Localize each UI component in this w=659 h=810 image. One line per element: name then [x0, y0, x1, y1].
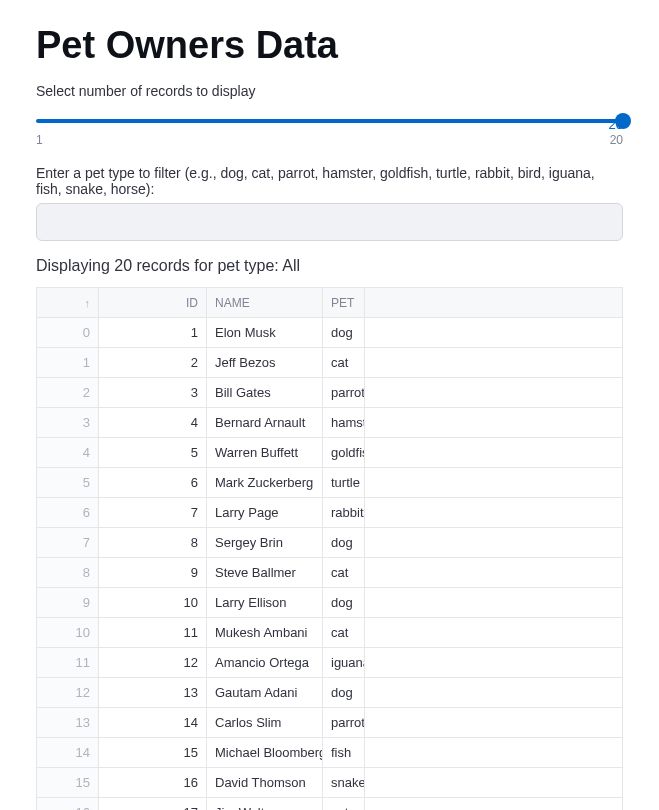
- cell-index: 10: [37, 618, 99, 648]
- cell-name: Gautam Adani: [207, 678, 323, 708]
- cell-name: David Thomson: [207, 768, 323, 798]
- cell-id: 5: [99, 438, 207, 468]
- pet-type-filter-input[interactable]: [36, 203, 623, 241]
- cell-id: 4: [99, 408, 207, 438]
- table-row[interactable]: 12Jeff Bezoscat: [37, 348, 623, 378]
- table-row[interactable]: 1314Carlos Slimparrot: [37, 708, 623, 738]
- cell-pet: parrot: [323, 378, 365, 408]
- table-row[interactable]: 45Warren Buffettgoldfish: [37, 438, 623, 468]
- cell-name: Larry Page: [207, 498, 323, 528]
- col-name[interactable]: NAME: [207, 288, 323, 318]
- cell-name: Bill Gates: [207, 378, 323, 408]
- table-row[interactable]: 910Larry Ellisondog: [37, 588, 623, 618]
- slider-thumb[interactable]: [615, 113, 631, 129]
- cell-index: 7: [37, 528, 99, 558]
- cell-name: Amancio Ortega: [207, 648, 323, 678]
- cell-blank: [365, 648, 623, 678]
- cell-blank: [365, 618, 623, 648]
- cell-name: Warren Buffett: [207, 438, 323, 468]
- slider-max-tick: 20: [610, 133, 623, 147]
- table-row[interactable]: 01Elon Muskdog: [37, 318, 623, 348]
- cell-index: 1: [37, 348, 99, 378]
- table-header-row: ↑ ID NAME PET: [37, 288, 623, 318]
- cell-pet: turtle: [323, 468, 365, 498]
- cell-name: Jim Walton: [207, 798, 323, 811]
- cell-id: 12: [99, 648, 207, 678]
- cell-blank: [365, 468, 623, 498]
- slider-min-tick: 1: [36, 133, 43, 147]
- cell-pet: goldfish: [323, 438, 365, 468]
- cell-index: 14: [37, 738, 99, 768]
- cell-index: 15: [37, 768, 99, 798]
- cell-id: 15: [99, 738, 207, 768]
- table-row[interactable]: 34Bernard Arnaulthamster: [37, 408, 623, 438]
- cell-id: 1: [99, 318, 207, 348]
- table-row[interactable]: 56Mark Zuckerbergturtle: [37, 468, 623, 498]
- cell-blank: [365, 798, 623, 811]
- cell-index: 13: [37, 708, 99, 738]
- cell-name: Carlos Slim: [207, 708, 323, 738]
- page-title: Pet Owners Data: [36, 24, 623, 67]
- cell-blank: [365, 738, 623, 768]
- cell-id: 2: [99, 348, 207, 378]
- cell-index: 5: [37, 468, 99, 498]
- cell-pet: snake: [323, 768, 365, 798]
- sort-asc-icon: ↑: [85, 297, 91, 309]
- cell-blank: [365, 528, 623, 558]
- cell-blank: [365, 318, 623, 348]
- cell-name: Sergey Brin: [207, 528, 323, 558]
- pet-owners-table[interactable]: ↑ ID NAME PET 01Elon Muskdog12Jeff Bezos…: [36, 287, 623, 810]
- cell-blank: [365, 438, 623, 468]
- cell-index: 6: [37, 498, 99, 528]
- table-row[interactable]: 1011Mukesh Ambanicat: [37, 618, 623, 648]
- table-row[interactable]: 1617Jim Waltoncat: [37, 798, 623, 811]
- cell-pet: iguana: [323, 648, 365, 678]
- slider-track[interactable]: [36, 119, 623, 123]
- cell-index: 0: [37, 318, 99, 348]
- col-id[interactable]: ID: [99, 288, 207, 318]
- cell-name: Bernard Arnault: [207, 408, 323, 438]
- cell-index: 3: [37, 408, 99, 438]
- cell-id: 8: [99, 528, 207, 558]
- cell-pet: cat: [323, 798, 365, 811]
- cell-pet: dog: [323, 318, 365, 348]
- cell-name: Michael Bloomberg: [207, 738, 323, 768]
- cell-name: Larry Ellison: [207, 588, 323, 618]
- cell-index: 9: [37, 588, 99, 618]
- table-row[interactable]: 78Sergey Brindog: [37, 528, 623, 558]
- cell-id: 7: [99, 498, 207, 528]
- cell-id: 13: [99, 678, 207, 708]
- cell-pet: cat: [323, 558, 365, 588]
- cell-blank: [365, 768, 623, 798]
- table-row[interactable]: 67Larry Pagerabbit: [37, 498, 623, 528]
- table-row[interactable]: 1415Michael Bloombergfish: [37, 738, 623, 768]
- cell-id: 11: [99, 618, 207, 648]
- col-pet[interactable]: PET: [323, 288, 365, 318]
- table-row[interactable]: 23Bill Gatesparrot: [37, 378, 623, 408]
- cell-pet: parrot: [323, 708, 365, 738]
- cell-id: 6: [99, 468, 207, 498]
- cell-blank: [365, 408, 623, 438]
- cell-index: 12: [37, 678, 99, 708]
- table-row[interactable]: 1213Gautam Adanidog: [37, 678, 623, 708]
- cell-index: 16: [37, 798, 99, 811]
- cell-pet: cat: [323, 618, 365, 648]
- cell-blank: [365, 348, 623, 378]
- cell-blank: [365, 678, 623, 708]
- table-row[interactable]: 89Steve Ballmercat: [37, 558, 623, 588]
- cell-name: Mukesh Ambani: [207, 618, 323, 648]
- col-index[interactable]: ↑: [37, 288, 99, 318]
- records-slider[interactable]: 20: [36, 119, 623, 123]
- cell-blank: [365, 558, 623, 588]
- cell-blank: [365, 498, 623, 528]
- cell-index: 8: [37, 558, 99, 588]
- cell-name: Mark Zuckerberg: [207, 468, 323, 498]
- status-text: Displaying 20 records for pet type: All: [36, 257, 623, 275]
- cell-index: 2: [37, 378, 99, 408]
- cell-id: 9: [99, 558, 207, 588]
- table-row[interactable]: 1516David Thomsonsnake: [37, 768, 623, 798]
- table-row[interactable]: 1112Amancio Ortegaiguana: [37, 648, 623, 678]
- cell-pet: dog: [323, 528, 365, 558]
- cell-pet: dog: [323, 588, 365, 618]
- cell-pet: dog: [323, 678, 365, 708]
